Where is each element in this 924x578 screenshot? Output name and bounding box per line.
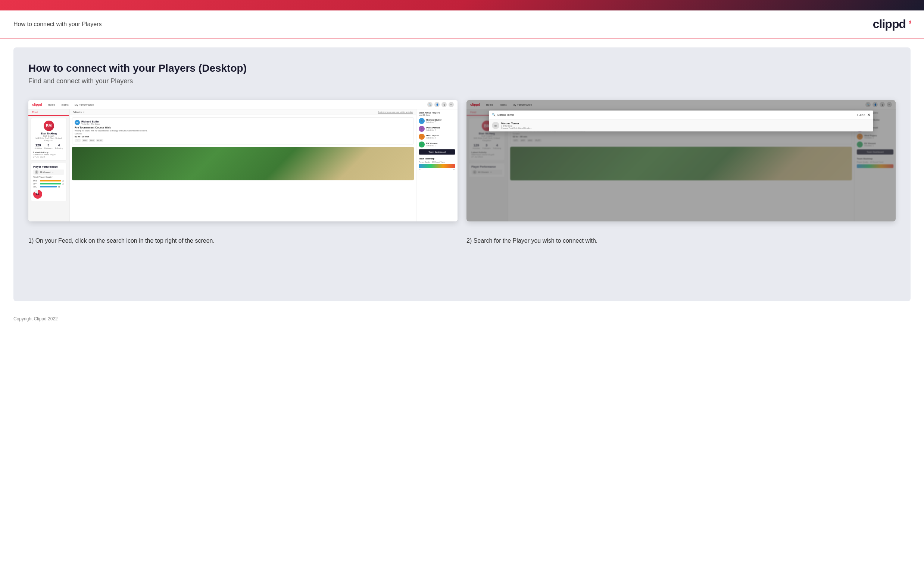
stat-activities-value-1: 129 [34,143,42,147]
logo-text: clippd [873,17,906,31]
active-player-1: R Richard Butler Activities: 7 [419,118,455,124]
activity-user-meta-1: Yesterday · The Grove [81,123,100,125]
caption-row: 1) On your Feed, click on the search ico… [28,233,896,248]
header: How to connect with your Players clippd … [0,10,924,39]
quality-bars-1: OTT 79 APP 70 ARG [33,180,64,188]
stat-following-value-1: 4 [55,143,63,147]
footer-copyright: Copyright Clippd 2022 [13,316,58,321]
app-nav-1: clippd Home Teams My Performance 🔍 👤 ⚙ B [28,100,458,109]
tag-ott-1: OTT [74,139,81,142]
nav-link-teams-1[interactable]: Teams [59,103,70,107]
active-player-acts-4: Activities: 1 [426,144,438,147]
active-player-acts-1: Activities: 7 [426,121,442,123]
score-circle-1: 84 [33,190,42,199]
team-heatmap-section-1: Team Heatmap Player Quality · 20 Round T… [419,157,455,170]
stat-followers-1: 3 Followers [44,143,52,149]
activity-duration-1: 02 hr : 00 min [74,136,411,138]
activity-tags-1: OTT APP ARG PUTT [74,139,411,142]
avatar-icon-1[interactable]: B [448,102,454,107]
stat-activities-label-1: Activities [34,147,42,149]
activity-card-1: R Richard Butler Yesterday · The Grove P… [72,117,414,144]
control-link-1[interactable]: Control who can see your activity and da… [378,111,413,113]
active-player-acts-3: Activities: 3 [426,136,439,139]
heatmap-bar-1 [419,164,455,168]
result-info-2: Marcus Turner 1-5 Handicap Cypress Point… [501,122,531,129]
search-input-text-2[interactable]: Marcus Turner [497,114,857,116]
team-heatmap-subtitle-1: Player Quality · 20 Round Trend [419,161,455,163]
screenshots-row: clippd Home Teams My Performance 🔍 👤 ⚙ B [28,100,896,221]
team-dashboard-btn-1[interactable]: Team Dashboard [419,149,455,154]
profile-stats-1: 129 Activities 3 Followers 4 Following [33,143,64,149]
active-player-acts-2: Activities: 4 [426,129,440,131]
following-btn-1[interactable]: Following ▼ [73,111,85,113]
top-bar [0,0,924,10]
activity-user-info-1: Richard Butler Yesterday · The Grove [81,120,100,125]
feed-tab-1[interactable]: Feed [28,109,69,116]
player-select-name-1: Eli Vincent [40,171,50,173]
active-player-avatar-4: E [419,141,425,148]
active-player-avatar-3: H [419,134,425,140]
latest-activity-1: Latest Activity Afternoon round of golf … [33,151,64,158]
tag-arg-1: ARG [89,139,95,142]
tag-app-1: APP [82,139,88,142]
user-icon-1[interactable]: 👤 [434,102,440,107]
stat-following-label-1: Following [55,147,63,149]
caption-step1: 1) On your Feed, click on the search ico… [28,233,458,248]
activity-desc-1: Walking the course with my coach to buil… [74,130,411,132]
active-player-avatar-1: R [419,118,425,124]
player-select-1[interactable]: E Eli Vincent ▼ [33,169,64,175]
stat-following-1: 4 Following [55,143,63,149]
search-result-2[interactable]: M Marcus Turner 1-5 Handicap Cypress Poi… [489,120,873,132]
activity-user-avatar-1: R [74,120,80,125]
main-subtitle: Find and connect with your Players [28,77,896,85]
heatmap-scale-1: -5 +5 [419,169,455,170]
app-nav-icons-1: 🔍 👤 ⚙ B [427,102,454,107]
app-right-panel-1: Most Active Players Last 30 days R Richa… [416,109,458,221]
player-performance-section-1: Player Performance E Eli Vincent ▼ Total… [31,163,67,201]
search-bar-2: 🔍 Marcus Turner CLEAR ✕ [489,110,873,120]
stat-followers-value-1: 3 [44,143,52,147]
nav-link-myperformance-1[interactable]: My Performance [73,103,95,107]
active-player-info-2: Piers Parnell Activities: 4 [426,127,440,131]
screenshot-1: clippd Home Teams My Performance 🔍 👤 ⚙ B [28,100,458,221]
active-player-info-1: Richard Butler Activities: 7 [426,119,442,123]
activity-user-1: R Richard Butler Yesterday · The Grove [74,120,411,125]
header-title: How to connect with your Players [13,21,102,28]
tag-putt-1: PUTT [96,139,104,142]
clear-btn-2[interactable]: CLEAR [857,114,866,116]
footer: Copyright Clippd 2022 [0,310,924,328]
stat-followers-label-1: Followers [44,147,52,149]
activity-title-1: Pre Tournament Course Walk [74,126,411,129]
active-player-4: E Eli Vincent Activities: 1 [419,141,455,148]
nav-link-home-1[interactable]: Home [47,103,57,107]
app-logo-1: clippd [32,103,42,106]
most-active-period-1: Last 30 days [419,114,430,116]
player-performance-title-1: Player Performance [33,166,64,168]
settings-icon-1[interactable]: ⚙ [442,102,447,107]
active-player-info-4: Eli Vincent Activities: 1 [426,142,438,147]
logo: clippd d [873,17,911,31]
caption-step2: 2) Search for the Player you wish to con… [466,233,896,248]
app-left-panel-1: Feed BM Blair McHarg Golf Coach Mill Rid… [28,109,70,221]
quality-label-1: Total Player Quality [33,176,64,178]
stat-activities-1: 129 Activities [34,143,42,149]
result-location-2: Cypress Point Club, United Kingdom [501,127,531,129]
app-nav-links-1: Home Teams My Performance [47,103,95,107]
search-icon-1[interactable]: 🔍 [427,102,432,107]
duration-label-1: Duration [74,133,411,135]
profile-club-1: Mill Ride Golf Club, United Kingdom [33,137,64,141]
dropdown-icon-1: ▼ [52,171,54,173]
activity-image-placeholder-1 [72,179,414,180]
player-avatar-small-1: E [35,170,39,174]
app-body-1: Feed BM Blair McHarg Golf Coach Mill Rid… [28,109,458,221]
screenshot-2: clippd Home Teams My Performance 🔍 👤 ⚙ B [466,100,896,221]
main-title: How to connect with your Players (Deskto… [28,62,896,74]
app-mockup-1: clippd Home Teams My Performance 🔍 👤 ⚙ B [28,100,458,221]
feed-center-1: Following ▼ Control who can see your act… [70,109,416,221]
profile-name-1: Blair McHarg [40,132,57,135]
active-player-info-3: Hiral Pujara Activities: 3 [426,135,439,139]
close-btn-2[interactable]: ✕ [867,113,870,117]
latest-activity-date-1: 27 Jul 2022 [33,156,64,158]
activity-user-name-1: Richard Butler [81,120,100,123]
team-heatmap-title-1: Team Heatmap [419,157,455,160]
